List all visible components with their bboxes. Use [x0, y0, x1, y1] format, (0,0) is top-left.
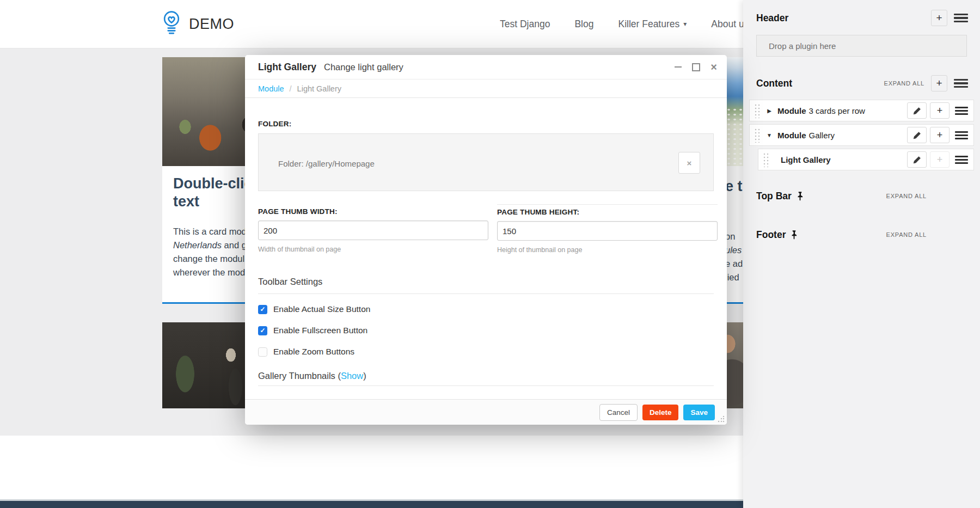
- structure-sidebar: Header + Drop a plugin here Content EXPA…: [743, 0, 980, 508]
- plugin-label: Module3 cards per row: [777, 106, 865, 115]
- breadcrumb-module-link[interactable]: Module: [258, 84, 284, 93]
- checkbox-zoom-label[interactable]: Enable Zoom Buttons: [273, 347, 354, 357]
- nav-item-test-django[interactable]: Test Django: [500, 19, 550, 30]
- main-nav: Test Django Blog Killer Features ▾ About…: [500, 0, 743, 48]
- nav-item-label: Killer Features: [618, 19, 679, 30]
- plugin-row-module-gallery[interactable]: ▼ ModuleGallery +: [749, 124, 974, 146]
- gallery-thumbnails-line: Gallery Thumbnails (Show): [258, 371, 714, 381]
- thumb-fields-row: PAGE THUMB WIDTH: Width of thumbnail on …: [258, 204, 714, 254]
- checkbox-row-fullscreen[interactable]: ✓ Enable Fullscreen Button: [258, 325, 714, 336]
- plugin-type: Module: [777, 131, 806, 140]
- nav-item-killer-features[interactable]: Killer Features ▾: [618, 19, 687, 30]
- checkbox-actual-size-label[interactable]: Enable Actual Size Button: [273, 304, 370, 314]
- drag-handle-icon[interactable]: [763, 152, 770, 167]
- plugin-type: Light Gallery: [781, 155, 831, 164]
- delete-button[interactable]: Delete: [642, 405, 679, 420]
- right-card-heading-fragment: e t: [725, 178, 743, 195]
- topbar-title-text: Top Bar: [756, 191, 792, 202]
- chevron-down-icon: ▾: [683, 20, 687, 28]
- thumb-width-field: PAGE THUMB WIDTH: Width of thumbnail on …: [258, 204, 488, 254]
- footer-section-title: Footer: [756, 229, 798, 241]
- toolbar-settings-heading: Toolbar Settings: [258, 277, 714, 287]
- checkbox-fullscreen-label[interactable]: Enable Fullscreen Button: [273, 326, 367, 335]
- drag-handle-icon[interactable]: [754, 128, 761, 143]
- gallery-thumbnails-show-link[interactable]: Show: [341, 371, 363, 381]
- thumb-height-field: PAGE THUMB HEIGHT: Height of thumbnail o…: [497, 204, 718, 254]
- modal-subtitle: Change light gallery: [324, 62, 403, 72]
- header-dropzone[interactable]: Drop a plugin here: [756, 35, 967, 57]
- resize-grip[interactable]: [718, 415, 725, 423]
- content-expand-all[interactable]: EXPAND ALL: [884, 80, 924, 87]
- folder-clear-button[interactable]: ×: [678, 152, 700, 174]
- minimize-icon[interactable]: [673, 63, 682, 71]
- plugin-name: Gallery: [809, 131, 835, 140]
- maximize-icon[interactable]: [691, 63, 700, 71]
- topbar-expand-all[interactable]: EXPAND ALL: [886, 193, 927, 199]
- folder-drop-area[interactable]: Folder: /gallery/Homepage ×: [258, 133, 714, 191]
- checkbox-row-actual-size[interactable]: ✓ Enable Actual Size Button: [258, 304, 714, 315]
- screen: DEMO Test Django Blog Killer Features ▾ …: [0, 0, 980, 508]
- card-body-line2-rest: and g: [222, 240, 247, 250]
- plugin-menu-icon[interactable]: [955, 156, 968, 164]
- checkbox-fullscreen[interactable]: ✓: [258, 326, 267, 335]
- edit-plugin-button[interactable]: [907, 151, 927, 168]
- plugin-menu-icon[interactable]: [955, 107, 968, 115]
- edit-plugin-button[interactable]: [907, 102, 927, 119]
- gallery-thumbnails-suffix: ): [363, 371, 366, 381]
- right-card-line2: ules: [725, 245, 742, 255]
- gallery-thumbnails-prefix: Gallery Thumbnails (: [258, 371, 341, 381]
- header-menu-icon[interactable]: [954, 14, 968, 22]
- pencil-icon: [913, 131, 921, 139]
- checkbox-zoom[interactable]: [258, 347, 267, 357]
- pencil-icon: [913, 156, 921, 164]
- pin-icon[interactable]: [791, 230, 798, 240]
- card-body-line2-italic: Netherlands: [173, 240, 222, 250]
- plugin-menu-icon[interactable]: [955, 131, 968, 139]
- modal-titlebar[interactable]: Light Gallery Change light gallery ×: [245, 55, 727, 79]
- brand-name: DEMO: [189, 16, 234, 33]
- add-child-plugin-button-disabled: +: [930, 151, 950, 168]
- sidebar-section-content: Content EXPAND ALL +: [743, 75, 980, 91]
- save-button[interactable]: Save: [683, 405, 715, 420]
- site-logo[interactable]: DEMO: [161, 8, 234, 40]
- footer-expand-all[interactable]: EXPAND ALL: [886, 231, 927, 238]
- thumb-width-help: Width of thumbnail on page: [258, 246, 488, 253]
- plugin-row-light-gallery[interactable]: Light Gallery +: [758, 149, 974, 170]
- expand-expanded-icon[interactable]: ▼: [764, 132, 774, 138]
- plugin-list: ▶ Module3 cards per row + ▼ ModuleGaller…: [749, 100, 974, 170]
- add-child-plugin-button[interactable]: +: [930, 127, 950, 143]
- content-section-title: Content: [756, 78, 792, 89]
- pin-icon[interactable]: [797, 192, 804, 201]
- folder-value: Folder: /gallery/Homepage: [278, 159, 375, 168]
- cancel-button[interactable]: Cancel: [599, 404, 638, 421]
- plugin-row-module-3-cards[interactable]: ▶ Module3 cards per row +: [749, 100, 974, 121]
- edit-plugin-button[interactable]: [907, 127, 927, 143]
- thumb-height-input[interactable]: [497, 221, 718, 241]
- right-card-line4: lied: [725, 272, 739, 283]
- check-icon: ✓: [260, 327, 265, 334]
- add-child-plugin-button[interactable]: +: [930, 102, 950, 119]
- close-icon[interactable]: ×: [709, 63, 718, 71]
- window-controls: ×: [673, 55, 718, 79]
- content-menu-icon[interactable]: [954, 79, 968, 88]
- thumb-height-help: Height of thumbnail on page: [497, 246, 718, 254]
- header-add-plugin-button[interactable]: +: [931, 10, 947, 26]
- right-card-line3: e ad: [725, 259, 743, 269]
- site-header: DEMO Test Django Blog Killer Features ▾ …: [0, 0, 743, 48]
- checkbox-actual-size[interactable]: ✓: [258, 305, 267, 314]
- checkbox-row-zoom[interactable]: Enable Zoom Buttons: [258, 346, 714, 357]
- nav-item-about-us[interactable]: About us: [711, 19, 743, 30]
- nav-item-blog[interactable]: Blog: [574, 19, 593, 30]
- plugin-label: Light Gallery: [781, 155, 831, 164]
- breadcrumb-current: Light Gallery: [297, 84, 341, 93]
- check-icon: ✓: [260, 305, 265, 313]
- plugin-name: 3 cards per row: [809, 106, 865, 115]
- site-footer-bar: [0, 499, 743, 508]
- drag-handle-icon[interactable]: [754, 103, 761, 118]
- pencil-icon: [913, 107, 921, 115]
- content-add-plugin-button[interactable]: +: [931, 75, 947, 91]
- light-gallery-modal: Light Gallery Change light gallery × Mod…: [245, 55, 727, 425]
- expand-collapsed-icon[interactable]: ▶: [764, 108, 774, 114]
- footer-title-text: Footer: [756, 229, 786, 241]
- thumb-width-input[interactable]: [258, 221, 488, 240]
